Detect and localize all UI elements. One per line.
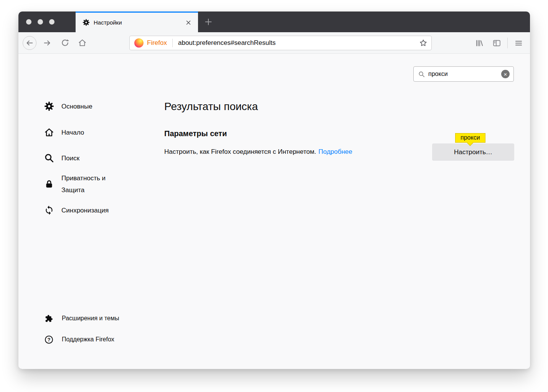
navigation-toolbar: Firefox about:preferences#searchResults (18, 32, 530, 54)
sidebar-item-label: Начало (61, 127, 84, 138)
sidebar-item-label: Поддержка Firefox (62, 336, 114, 343)
sidebar-item-sync[interactable]: Синхронизация (44, 204, 109, 216)
gear-icon (44, 101, 54, 111)
search-highlight-tooltip: прокси (455, 133, 485, 143)
screen: Настройки (0, 0, 548, 392)
result-description: Настроить, как Firefox соединяется с Инт… (164, 148, 352, 156)
sidebar-item-privacy[interactable]: Приватность и Защита (44, 172, 119, 196)
settings-search-field[interactable]: × (413, 66, 514, 82)
brand-label: Firefox (147, 39, 167, 47)
reload-icon[interactable] (61, 39, 69, 47)
forward-icon[interactable] (43, 39, 51, 47)
url-bar[interactable]: Firefox about:preferences#searchResults (129, 36, 432, 50)
firefox-logo-icon (134, 38, 144, 48)
url-text[interactable]: about:preferences#searchResults (178, 39, 419, 47)
puzzle-icon (45, 315, 53, 323)
home-icon (44, 127, 54, 137)
clear-icon[interactable]: × (501, 70, 510, 78)
learn-more-link[interactable]: Подробнее (319, 148, 352, 155)
search-icon (418, 71, 425, 77)
page-title: Результаты поиска (164, 100, 258, 113)
urlbar-separator (172, 39, 173, 47)
sidebar-item-label: Основные (61, 100, 92, 112)
lock-icon (44, 179, 54, 189)
toolbar-separator (507, 38, 508, 48)
home-icon[interactable] (78, 38, 87, 47)
tab-bar: Настройки (18, 12, 530, 32)
result-group-heading: Параметры сети (164, 129, 227, 138)
sidebar-item-extensions[interactable]: Расширения и темы (45, 313, 119, 323)
sync-icon (44, 205, 54, 215)
window-close-button[interactable] (26, 19, 31, 25)
sidebar-item-label: Приватность и Защита (61, 172, 119, 196)
settings-content: × Основные (18, 54, 530, 369)
sidebar-item-search[interactable]: Поиск (44, 152, 79, 164)
back-icon (25, 39, 34, 47)
sidebar-item-label: Поиск (61, 152, 79, 164)
sidebar-toggle-icon[interactable] (492, 39, 501, 48)
library-icon[interactable] (475, 39, 484, 48)
sidebar-item-general[interactable]: Основные (44, 100, 92, 112)
result-description-text: Настроить, как Firefox соединяется с Инт… (164, 148, 316, 155)
window-controls (26, 19, 54, 25)
network-settings-button[interactable]: Настроить… (432, 143, 514, 161)
new-tab-icon[interactable] (204, 18, 213, 26)
close-icon[interactable] (185, 19, 192, 26)
back-button[interactable] (23, 36, 36, 50)
sidebar-item-support[interactable]: ? Поддержка Firefox (45, 334, 114, 344)
window-minimize-button[interactable] (38, 19, 43, 25)
gear-icon (83, 19, 90, 26)
sidebar-item-home[interactable]: Начало (44, 126, 84, 138)
settings-search-input[interactable] (428, 71, 501, 77)
help-icon: ? (45, 336, 53, 344)
search-icon (44, 153, 54, 163)
browser-window: Настройки (18, 12, 530, 369)
menu-icon[interactable] (514, 39, 523, 48)
tab-settings[interactable]: Настройки (76, 12, 198, 32)
window-zoom-button[interactable] (49, 19, 54, 25)
sidebar-item-label: Расширения и темы (62, 315, 119, 322)
tab-title: Настройки (94, 19, 185, 26)
sidebar-item-label: Синхронизация (61, 204, 109, 216)
star-icon[interactable] (419, 39, 428, 47)
